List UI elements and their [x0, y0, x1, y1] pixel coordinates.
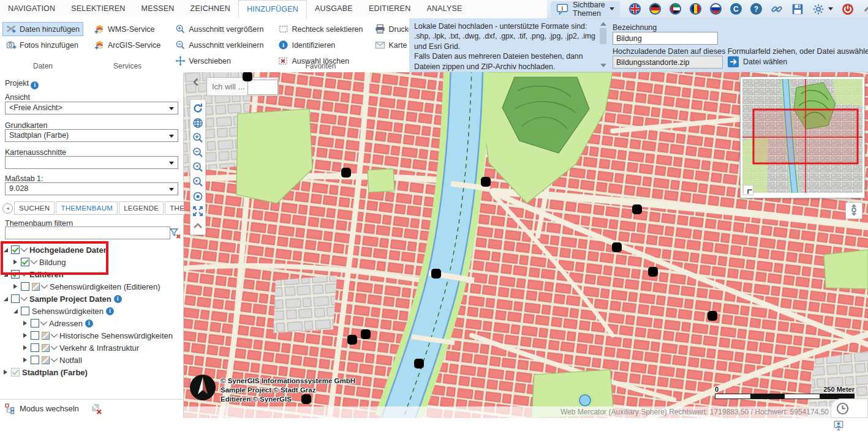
- info-icon[interactable]: i: [106, 307, 114, 315]
- flag-russia-icon[interactable]: [710, 3, 722, 15]
- menu-tab-analyse[interactable]: ANALYSE: [418, 0, 470, 18]
- menu-tab-editieren[interactable]: EDITIEREN: [361, 0, 418, 18]
- flag-romania-icon[interactable]: [690, 3, 701, 15]
- kartenausschnitte-select[interactable]: [5, 156, 178, 169]
- crescent-language-icon[interactable]: C: [730, 3, 742, 15]
- refresh-icon[interactable]: [192, 102, 204, 114]
- filter-input[interactable]: [5, 226, 170, 239]
- filter-clear-icon[interactable]: [169, 227, 181, 239]
- scroll-down-icon[interactable]: [600, 64, 606, 67]
- bildung-marker[interactable]: [708, 311, 717, 321]
- arcgis-service-button[interactable]: ArcGIS-Service: [91, 38, 164, 52]
- bildung-marker[interactable]: [361, 329, 371, 339]
- bildung-marker[interactable]: [481, 177, 491, 187]
- expander-collapsed-icon[interactable]: [22, 345, 28, 350]
- file-dropzone-input[interactable]: [613, 56, 723, 69]
- chevron-down-icon[interactable]: [51, 343, 58, 350]
- history-clock-button[interactable]: [831, 398, 868, 418]
- verschieben-button[interactable]: Verschieben: [172, 54, 267, 68]
- bildung-marker[interactable]: [431, 269, 441, 279]
- checkbox-sample-project-daten[interactable]: [11, 294, 20, 303]
- checkbox-hochgeladene-daten[interactable]: [11, 245, 20, 254]
- checkbox-adressen[interactable]: [31, 319, 39, 327]
- chevron-down-icon[interactable]: [51, 355, 58, 362]
- chevron-down-icon[interactable]: [41, 282, 48, 288]
- center-point-icon[interactable]: [192, 190, 204, 203]
- expander-expanded-icon[interactable]: [12, 309, 18, 313]
- tree-item-historische-sehenswürdigkeiten[interactable]: Historische Sehenswürdigkeiten: [0, 329, 184, 342]
- tree-item-editieren[interactable]: Editieren: [0, 268, 184, 280]
- menu-tab-zeichnen[interactable]: ZEICHNEN: [183, 0, 239, 18]
- checkbox-historische-sehenswürdigkeiten[interactable]: [31, 331, 39, 340]
- checkbox-verkehr-infrastruktur[interactable]: [31, 343, 39, 352]
- settings-icon[interactable]: [812, 3, 825, 15]
- zoom-out-tool-icon[interactable]: [192, 146, 204, 159]
- expand-icon[interactable]: [192, 205, 204, 217]
- bildung-marker[interactable]: [341, 168, 351, 178]
- bildung-marker[interactable]: [414, 359, 424, 369]
- chevron-down-icon[interactable]: [40, 318, 47, 325]
- tree-item-verkehr-infrastruktur[interactable]: Verkehr & Infrastruktur: [0, 342, 184, 354]
- sidebar-collapse-icon[interactable]: [191, 77, 201, 87]
- tree-item-sample-project-daten[interactable]: Sample Project Dateni: [0, 293, 184, 305]
- tab-themenbaum[interactable]: THEMENBAUM: [56, 201, 118, 215]
- choose-file-arrow-icon[interactable]: [728, 56, 739, 67]
- checkbox-sehenswürdigkeiten[interactable]: [21, 307, 29, 315]
- collapse-up-icon[interactable]: [192, 220, 204, 232]
- tree-item-sehenswürdigkeiten-editieren[interactable]: Sehenswürdigkeiten (Editieren): [0, 280, 184, 293]
- map-viewport[interactable]: Ich will ...: [184, 72, 868, 418]
- checkbox-editieren[interactable]: [11, 270, 20, 279]
- globe-icon[interactable]: [192, 117, 204, 129]
- grundkarten-select[interactable]: Stadtplan (Farbe): [5, 129, 178, 142]
- expander-collapsed-icon[interactable]: [22, 333, 28, 338]
- chevron-down-icon[interactable]: [31, 257, 37, 264]
- daten-hinzufügen-button[interactable]: Daten hinzufügen: [2, 22, 83, 36]
- chevron-down-icon[interactable]: [21, 269, 28, 276]
- chevron-down-icon[interactable]: [21, 245, 28, 252]
- center-map-button[interactable]: [845, 202, 862, 219]
- modus-tree-icon[interactable]: [5, 403, 16, 414]
- bildung-marker[interactable]: [612, 242, 622, 252]
- expander-collapsed-icon[interactable]: [12, 260, 18, 264]
- save-icon[interactable]: [791, 3, 804, 15]
- info-icon[interactable]: i: [85, 320, 93, 327]
- tree-item-adressen[interactable]: Adresseni: [0, 317, 184, 329]
- tab-legende[interactable]: LEGENDE: [119, 201, 164, 215]
- flag-uk-icon[interactable]: [629, 3, 641, 15]
- expander-collapsed-icon[interactable]: [22, 357, 28, 362]
- user-station-icon[interactable]: [833, 420, 845, 432]
- scroll-up-icon[interactable]: [600, 22, 606, 26]
- help-icon[interactable]: ?: [750, 3, 762, 15]
- identifizieren-button[interactable]: iIdentifizieren: [274, 38, 366, 52]
- ausschnitt-verkleinern-button[interactable]: Ausschnitt verkleinern: [172, 38, 267, 52]
- choose-file-label[interactable]: Datei wählen: [743, 58, 787, 66]
- checkbox-notfall[interactable]: [31, 356, 39, 364]
- menu-tab-hinzufügen[interactable]: HINZUFÜGEN: [238, 0, 307, 18]
- tree-item-bildung[interactable]: Bildung: [0, 256, 184, 268]
- overview-map[interactable]: [740, 77, 865, 198]
- visible-themes-button[interactable]: i Sichtbare Themen: [551, 1, 620, 17]
- expander-collapsed-icon[interactable]: [22, 321, 28, 326]
- info-scrollbar[interactable]: [599, 21, 608, 69]
- chevron-down-icon[interactable]: [51, 331, 58, 337]
- overview-toggle-icon[interactable]: [743, 185, 753, 195]
- zoom-prev-icon[interactable]: [192, 161, 204, 173]
- projekt-info-icon[interactable]: i: [31, 81, 39, 89]
- tree-item-sehenswürdigkeiten[interactable]: Sehenswürdigkeiteni: [0, 305, 184, 317]
- chevron-down-icon[interactable]: [21, 294, 28, 301]
- zoom-in-tool-icon[interactable]: [192, 132, 204, 144]
- scrollbar-thumb[interactable]: [600, 28, 606, 44]
- fotos-hinzufügen-button[interactable]: Fotos hinzufügen: [2, 38, 83, 52]
- flag-uae-icon[interactable]: [670, 3, 681, 15]
- menu-tab-messen[interactable]: MESSEN: [134, 0, 183, 18]
- expander-expanded-icon[interactable]: [2, 272, 9, 277]
- expander-expanded-icon[interactable]: [2, 297, 9, 301]
- bildung-marker[interactable]: [301, 394, 311, 404]
- ansicht-select[interactable]: <Freie Ansicht>: [5, 102, 178, 114]
- collapse-toolbar-icon[interactable]: [862, 3, 868, 15]
- bildung-marker[interactable]: [347, 335, 357, 345]
- ausschnitt-vergrößern-button[interactable]: Ausschnitt vergrößern: [172, 22, 267, 36]
- checkbox-stadtplan-farbe[interactable]: [11, 368, 20, 376]
- expander-collapsed-icon[interactable]: [2, 370, 9, 375]
- menu-tab-ausgabe[interactable]: AUSGABE: [307, 0, 361, 18]
